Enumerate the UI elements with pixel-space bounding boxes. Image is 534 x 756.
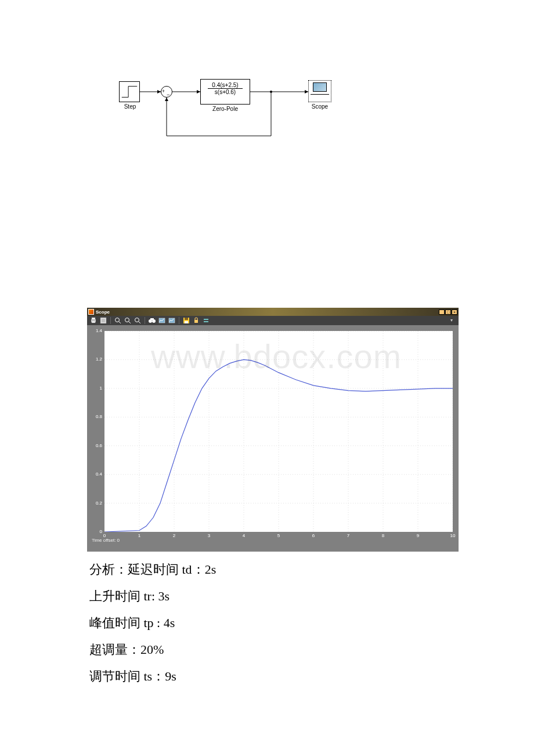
analysis-ts-prefix: 调节时间 (89, 669, 144, 683)
svg-rect-34 (204, 321, 208, 322)
zoom-in-icon[interactable] (114, 316, 122, 325)
svg-rect-31 (185, 321, 188, 323)
window-controls: _ □ × (439, 309, 457, 315)
plot-svg (104, 331, 453, 532)
analysis-ts-sym: ts： (144, 669, 165, 683)
y-tick: 0.8 (89, 414, 102, 419)
float-icon[interactable] (202, 316, 210, 325)
time-offset-label: Time offset: 0 (92, 538, 120, 543)
simulink-diagram: Step + − 0.4(s+2.5) s(s+0.6) Zero-Pole S… (119, 75, 345, 145)
svg-rect-28 (169, 318, 175, 323)
autoscale-icon[interactable] (148, 316, 156, 325)
floppy-icon[interactable] (182, 316, 190, 325)
y-tick: 0.6 (89, 443, 102, 448)
analysis-tp-val: 4s (164, 615, 175, 630)
analysis-line-td: 分析：延迟时间 td：2s (89, 561, 438, 578)
svg-rect-30 (185, 318, 188, 320)
svg-rect-32 (194, 320, 198, 323)
x-tick: 10 (450, 533, 456, 538)
lock-icon[interactable] (192, 316, 200, 325)
analysis-td-val: 2s (205, 562, 217, 577)
zoom-y-icon[interactable] (134, 316, 142, 325)
svg-point-22 (135, 318, 139, 322)
scope-label: Scope (308, 103, 331, 110)
analysis-os-val: 20% (140, 642, 164, 657)
svg-line-21 (129, 322, 131, 324)
zero-pole-label: Zero-Pole (206, 106, 244, 112)
svg-rect-26 (150, 318, 154, 320)
svg-rect-12 (92, 318, 95, 319)
sum-plus: + (162, 88, 165, 94)
svg-marker-9 (165, 98, 168, 101)
scope-screen-icon (313, 82, 327, 92)
step-label: Step (121, 103, 139, 110)
sum-minus: − (167, 92, 169, 98)
analysis-ts-val: 9s (165, 669, 176, 683)
x-tick: 7 (347, 533, 349, 538)
x-tick: 3 (208, 533, 210, 538)
scope-block (308, 80, 331, 102)
zero-pole-block: 0.4(s+2.5) s(s+0.6) (200, 79, 250, 105)
zero-pole-denominator: s(s+0.6) (208, 88, 243, 95)
svg-point-18 (116, 318, 120, 322)
toolbar-separator (145, 317, 145, 324)
x-tick: 2 (173, 533, 175, 538)
parameters-icon[interactable] (99, 316, 107, 325)
step-block (119, 81, 140, 102)
analysis-tr-val: 3s (158, 589, 170, 603)
svg-line-19 (119, 322, 121, 324)
scope-base-icon (311, 94, 329, 98)
svg-rect-33 (204, 319, 208, 320)
zero-pole-numerator: 0.4(s+2.5) (201, 82, 250, 88)
y-tick: 1.2 (89, 357, 102, 362)
analysis-tr-prefix: 上升时间 (89, 589, 144, 603)
matlab-icon (88, 309, 94, 315)
x-tick: 5 (277, 533, 280, 538)
plot-area: 00.20.40.60.811.21.4 012345678910 Time o… (89, 327, 456, 543)
x-tick: 9 (417, 533, 419, 538)
y-tick: 1 (89, 386, 102, 391)
x-tick: 6 (312, 533, 315, 538)
zoom-x-icon[interactable] (124, 316, 132, 325)
titlebar: Scope _ □ × (87, 308, 459, 316)
x-tick: 8 (382, 533, 384, 538)
x-tick: 1 (138, 533, 140, 538)
scope-window: Scope _ □ × (87, 308, 459, 552)
analysis-line-tp: 峰值时间 tp : 4s (89, 614, 438, 632)
analysis-td-sym: td： (182, 562, 205, 577)
titlebar-left: Scope (88, 309, 110, 315)
analysis-line-ts: 调节时间 ts：9s (89, 668, 438, 685)
analysis-td-prefix: 分析：延迟时间 (89, 562, 182, 577)
analysis-line-overshoot: 超调量：20% (89, 641, 438, 658)
analysis-tr-sym: tr: (144, 589, 158, 603)
svg-rect-27 (159, 318, 165, 323)
close-button[interactable]: × (452, 309, 457, 315)
y-tick: 0.2 (89, 501, 102, 506)
analysis-line-tr: 上升时间 tr: 3s (89, 588, 438, 605)
y-tick: 1.4 (89, 328, 102, 333)
maximize-button[interactable]: □ (445, 309, 451, 315)
toolbar-separator (179, 317, 179, 324)
toolbar: ▾ (87, 316, 459, 325)
restore-config-icon[interactable] (168, 316, 176, 325)
window-title: Scope (96, 309, 110, 315)
analysis-tp-prefix: 峰值时间 (89, 615, 144, 630)
analysis-os-prefix: 超调量： (89, 642, 140, 657)
svg-point-20 (125, 318, 129, 322)
y-tick: 0 (89, 529, 102, 534)
print-icon[interactable] (89, 316, 98, 325)
sum-junction: + − (161, 86, 172, 98)
toolbar-right-icon[interactable]: ▾ (450, 318, 456, 323)
analysis-tp-sym: tp : (144, 615, 164, 630)
svg-line-23 (139, 322, 141, 324)
analysis-section: 分析：延迟时间 td：2s 上升时间 tr: 3s 峰值时间 tp : 4s 超… (89, 561, 438, 694)
svg-point-10 (270, 91, 272, 93)
svg-rect-13 (92, 321, 95, 323)
minimize-button[interactable]: _ (439, 309, 445, 315)
x-tick: 4 (243, 533, 245, 538)
y-tick: 0.4 (89, 471, 102, 477)
toolbar-separator (110, 317, 111, 324)
save-config-icon[interactable] (158, 316, 166, 325)
